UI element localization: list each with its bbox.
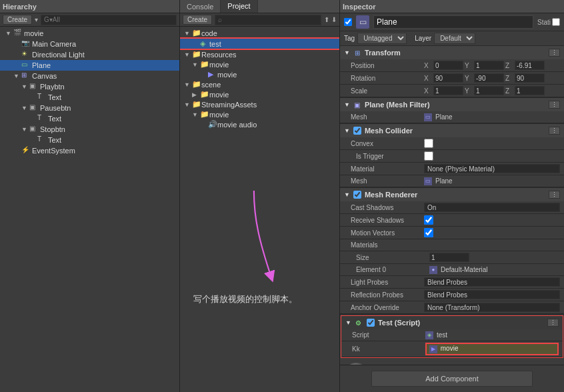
rot-z-input[interactable] — [515, 73, 545, 83]
project-create-btn[interactable]: Create — [183, 15, 212, 25]
meshcollider-header[interactable]: ▼ Mesh Collider ⋮ — [340, 124, 564, 137]
scale-z-input[interactable] — [515, 86, 545, 95]
project-item-code[interactable]: ▼ 📁 code — [180, 28, 339, 38]
rot-y-input[interactable] — [474, 73, 504, 83]
meshrenderer-menu-btn[interactable]: ⋮ — [549, 191, 560, 199]
event-label: EventSystem — [32, 147, 75, 155]
meshfilter-menu-btn[interactable]: ⋮ — [549, 101, 560, 109]
hierarchy-toolbar: Create ▾ — [0, 13, 179, 27]
hierarchy-item-stopbtn-text[interactable]: T Text — [0, 135, 179, 145]
add-component-button[interactable]: Add Component — [371, 371, 533, 387]
mesh-filter-mesh-text: Plane — [435, 113, 453, 121]
pos-y-label: Y — [465, 62, 473, 69]
meshrenderer-enabled[interactable] — [353, 191, 361, 199]
meshcollider-menu-btn[interactable]: ⋮ — [549, 127, 560, 135]
stopbtn-arrow: ▼ — [21, 126, 29, 133]
testscript-checkbox-wrap2 — [366, 318, 375, 327]
tab-console[interactable]: Console — [180, 0, 221, 13]
project-search-input[interactable] — [215, 15, 321, 25]
position-label: Position — [351, 62, 424, 69]
meshrenderer-section: ▼ Mesh Renderer ⋮ Cast Shadows On Receiv… — [340, 188, 564, 315]
object-name-input[interactable] — [373, 15, 533, 29]
annotation-area: 写个播放视频的控制脚本。 — [180, 173, 339, 392]
script-text: test — [437, 331, 447, 339]
scale-y-input[interactable] — [474, 86, 504, 95]
kk-icon: ▶ — [429, 345, 437, 353]
project-item-res-movie[interactable]: ▼ 📁 movie — [180, 59, 339, 69]
playbtn-arrow: ▼ — [21, 83, 29, 90]
element0-value: ● Default-Material — [429, 266, 560, 274]
tag-select[interactable]: Untagged — [357, 33, 407, 44]
project-item-streaming-movie[interactable]: ▼ 📁 movie — [180, 109, 339, 119]
testscript-menu-btn[interactable]: ⋮ — [547, 319, 559, 327]
static-checkbox[interactable] — [552, 18, 560, 26]
kk-text: movie — [441, 345, 459, 352]
transform-menu-btn[interactable]: ⋮ — [549, 49, 560, 57]
project-item-scene[interactable]: ▼ 📁 scene — [180, 79, 339, 89]
receive-shadows-row: Receive Shadows — [340, 214, 564, 227]
transform-icon: ⊞ — [353, 48, 362, 57]
collider-mesh-row: Mesh ▭ Plane — [340, 175, 564, 187]
hierarchy-item-playbtn-text[interactable]: T Text — [0, 92, 179, 103]
pos-z-input[interactable] — [515, 61, 545, 70]
rot-x-input[interactable] — [433, 73, 463, 83]
motion-vectors-checkbox[interactable] — [424, 228, 433, 237]
inspector-header: Inspector — [340, 0, 564, 13]
convex-checkbox[interactable] — [424, 139, 433, 148]
testscript-enabled[interactable] — [367, 319, 375, 327]
project-item-res-movie2[interactable]: ▶ movie — [180, 69, 339, 79]
project-item-resources[interactable]: ▼ 📁 Resources — [180, 49, 339, 59]
object-icon: ▭ — [356, 15, 369, 29]
layer-select[interactable]: Default — [434, 33, 475, 44]
streaming-movie-label: movie — [209, 111, 229, 119]
cast-shadows-row: Cast Shadows On — [340, 201, 564, 214]
hierarchy-item-maincamera[interactable]: 📷 Main Camera — [0, 39, 179, 49]
kk-row: Kk ▶ movie — [341, 341, 563, 357]
project-item-streaming[interactable]: ▼ 📁 StreamingAssets — [180, 99, 339, 109]
scene-arrow: ▼ — [184, 81, 192, 88]
streaming-folder-icon: 📁 — [192, 100, 201, 109]
hierarchy-item-canvas[interactable]: ▼ ⊞ Canvas — [0, 71, 179, 81]
meshcollider-title: Mesh Collider — [365, 127, 546, 135]
hierarchy-item-plane[interactable]: ▭ Plane — [0, 60, 179, 71]
hierarchy-item-pausebtn-text[interactable]: T Text — [0, 113, 179, 124]
testscript-header[interactable]: ▼ ⚙ Test (Script) ⋮ — [341, 316, 563, 329]
plane-label: Plane — [32, 61, 51, 69]
hierarchy-item-pausebtn[interactable]: ▼ ▣ Pausebtn — [0, 103, 179, 113]
pos-x-input[interactable] — [433, 61, 463, 70]
streaming-arrow: ▼ — [184, 101, 192, 108]
transform-header[interactable]: ▼ ⊞ Transform ⋮ — [340, 46, 564, 59]
reflection-probes-value: Blend Probes — [424, 290, 560, 299]
hierarchy-search-input[interactable] — [41, 15, 177, 25]
hierarchy-create-btn[interactable]: Create — [3, 15, 32, 25]
pos-y-input[interactable] — [474, 61, 504, 70]
hierarchy-search-label: ▾ — [35, 16, 38, 23]
hierarchy-item-playbtn[interactable]: ▼ ▣ Playbtn — [0, 81, 179, 92]
stoptext-icon: T — [37, 135, 47, 145]
test-label: test — [209, 40, 221, 48]
hierarchy-item-stopbtn[interactable]: ▼ ▣ Stopbtn — [0, 124, 179, 135]
hierarchy-item-light[interactable]: ☀ Directional Light — [0, 49, 179, 60]
receive-shadows-checkbox[interactable] — [424, 215, 433, 225]
hierarchy-item-eventsystem[interactable]: ⚡ EventSystem — [0, 145, 179, 156]
is-trigger-checkbox[interactable] — [424, 151, 433, 161]
meshrenderer-header[interactable]: ▼ Mesh Renderer ⋮ — [340, 188, 564, 201]
size-input[interactable] — [429, 253, 469, 262]
project-item-movie-audio[interactable]: 🔊 movie audio — [180, 119, 339, 129]
tab-project[interactable]: Project — [221, 0, 257, 13]
inspector-panel: Inspector ▭ Stati Tag Untagged Layer — [340, 0, 564, 392]
meshfilter-header[interactable]: ▼ ▣ Plane (Mesh Filter) ⋮ — [340, 98, 564, 111]
playbtn-icon: ▣ — [29, 82, 39, 91]
project-item-test[interactable]: ◈ test — [180, 39, 339, 49]
project-item-scene-movie[interactable]: ▶ 📁 movie — [180, 89, 339, 99]
object-active-checkbox[interactable] — [344, 18, 352, 26]
hierarchy-item-movie[interactable]: ▼ 🎬 movie — [0, 28, 179, 39]
testscript-title: Test (Script) — [378, 319, 545, 327]
scale-x-input[interactable] — [433, 86, 463, 95]
meshcollider-enabled[interactable] — [353, 127, 361, 135]
meshrenderer-arrow: ▼ — [344, 191, 350, 198]
script-icon: ◈ — [425, 331, 433, 339]
receive-shadows-label: Receive Shadows — [351, 217, 424, 224]
collider-material-row: Material None (Physic Material) — [340, 163, 564, 175]
light-label: Directional Light — [32, 51, 85, 59]
